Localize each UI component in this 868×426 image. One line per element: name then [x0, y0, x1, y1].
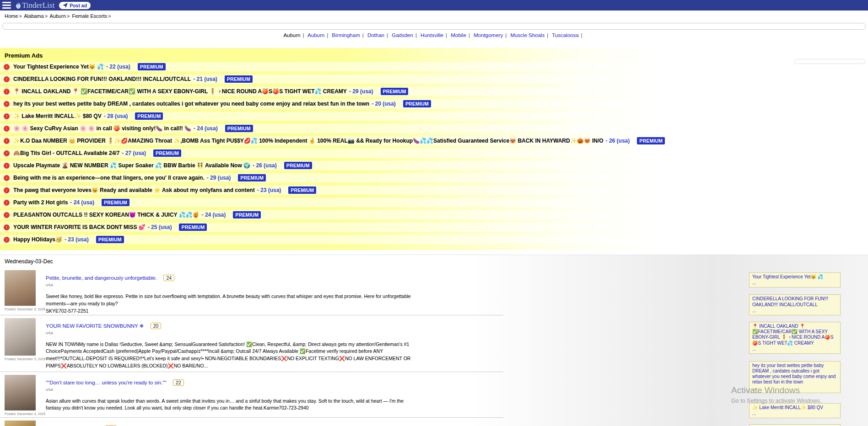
premium-ad-link[interactable]: Your Tightest Experience Yet😼 💦	[13, 64, 104, 70]
site-logo[interactable]: TinderList	[16, 1, 54, 10]
breadcrumb-label: Alabama	[24, 13, 43, 19]
premium-ad-row: ↑ YOUR WINTER FAVORITE IS BACK DONT MISS…	[0, 223, 868, 232]
bump-up-icon: ↑	[4, 175, 10, 181]
post-ad-button[interactable]: Post ad	[59, 2, 91, 9]
listing-row: A lady for all occasions 38 USA	[0, 418, 503, 426]
city-link[interactable]: Dothan	[367, 32, 384, 38]
premium-ad-row: ↑ The pawg that everyone loves😼 Ready an…	[0, 186, 868, 195]
premium-ad-age: - 24 (usa)	[202, 212, 226, 218]
premium-badge: PREMIUM	[179, 224, 207, 231]
premium-ad-age: - 21 (usa)	[193, 76, 217, 82]
premium-ad-age: - 29 (usa)	[207, 175, 231, 181]
city-nav: Auburn| Auburn| Birmingham| Dothan| Gads…	[0, 32, 868, 38]
premium-badge: PREMIUM	[225, 75, 253, 83]
listings-section: Wednesday-03-Dec Posted: December 3, 202…	[0, 255, 868, 426]
listing-photo[interactable]	[5, 270, 36, 306]
city-link[interactable]: Auburn	[307, 32, 324, 38]
bump-up-icon: ↑	[4, 150, 10, 156]
premium-ad-link[interactable]: Upscale Playmate 🌋 NEW NUMBER 💦 Super So…	[13, 162, 250, 169]
listing-photo[interactable]	[5, 375, 36, 410]
sidebar-ad[interactable]: Your Tightest Experience Yet😼 💦 ...	[749, 272, 841, 288]
post-ad-label: Post ad	[70, 3, 87, 8]
premium-ad-link[interactable]: Happy HOlidays🥳	[13, 236, 62, 243]
city-separator: |	[387, 32, 388, 38]
premium-badge: PREMIUM	[238, 174, 266, 181]
city-link[interactable]: Gadsden	[392, 32, 413, 38]
city-link[interactable]: Mobile	[451, 32, 466, 38]
sidebar-ad-link[interactable]: ✨ Lake Merritt INCALL✨ $80 QV	[752, 405, 823, 410]
premium-ads-section: Premium Ads ↑ Your Tightest Experience Y…	[0, 48, 868, 250]
city-link[interactable]: Montgomery	[474, 32, 503, 38]
hamburger-menu-icon[interactable]	[2, 2, 11, 9]
premium-ad-link[interactable]: CINDERELLA LOOKING FOR FUN!!! OAKLAND!!!…	[13, 76, 191, 82]
breadcrumb-separator: >	[108, 13, 111, 19]
premium-ad-link[interactable]: PLEASANTON OUTCALLS !! SEXY KOREAN😈 THIC…	[13, 212, 199, 218]
sidebar-ad-ellipsis: ...	[752, 411, 837, 416]
city-link[interactable]: Muscle Shoals	[510, 32, 545, 38]
city-separator: |	[327, 32, 328, 38]
sidebar-ad-link[interactable]: Your Tightest Experience Yet😼 💦	[752, 274, 823, 279]
breadcrumb-label: Auburn	[50, 13, 66, 19]
age-badge: 20	[151, 323, 162, 329]
premium-ad-age: - 23 (usa)	[65, 236, 89, 243]
city-link[interactable]: Huntsville	[421, 32, 443, 38]
sidebar-ad-link[interactable]: 📍 INCALL OAKLAND 📍 ✅FACETIME/CAR✅ WITH A…	[752, 324, 833, 346]
listing-title-link[interactable]: Petite, brunette, and dangerously unforg…	[46, 275, 157, 281]
breadcrumb-link[interactable]: Alabama>	[24, 13, 49, 19]
premium-badge: PREMIUM	[153, 149, 181, 157]
premium-badge: PREMIUM	[135, 112, 163, 120]
bump-up-icon: ↑	[4, 187, 10, 193]
bump-up-icon: ↑	[4, 76, 10, 82]
listing-title-link[interactable]: ""Don't stare too long… unless you're re…	[46, 380, 167, 385]
city-separator: |	[362, 32, 364, 38]
sidebar-ad[interactable]: CINDERELLA LOOKING FOR FUN!!! OAKLAND!!!…	[749, 294, 841, 315]
sidebar-ad-link[interactable]: CINDERELLA LOOKING FOR FUN!!! OAKLAND!!!…	[752, 296, 828, 307]
premium-ad-link[interactable]: ✨K.O Daa NUMBER 👑 PROVIDER 🧍✨💋AMAZING Th…	[13, 138, 604, 144]
premium-ad-link[interactable]: The pawg that everyone loves😼 Ready and …	[13, 187, 255, 193]
city-nav-item: Birmingham|	[332, 32, 366, 38]
breadcrumb-link[interactable]: Auburn>	[50, 13, 71, 19]
premium-badge: PREMIUM	[138, 63, 166, 70]
premium-ad-link[interactable]: YOUR WINTER FAVORITE IS BACK DONT MISS 💕	[13, 224, 146, 230]
listing-photo[interactable]	[5, 318, 36, 356]
age-badge: 24	[163, 275, 174, 281]
premium-ad-age: - 24 (usa)	[70, 199, 94, 206]
listing-row: Posted: December 3, 2025 Petite, brunett…	[0, 267, 503, 315]
sidebar-ad[interactable]	[749, 424, 841, 426]
premium-ad-link[interactable]: 📍 INCALL OAKLAND 📍 ✅FACETIME/CAR✅ WITH A…	[13, 88, 347, 95]
bump-up-icon: ↑	[4, 89, 10, 95]
sidebar-ad[interactable]: ✨ Lake Merritt INCALL✨ $80 QV ...	[749, 403, 841, 418]
premium-section-title: Premium Ads	[0, 49, 868, 62]
premium-ad-link[interactable]: ✨ Lake Merritt INCALL✨ $80 QV	[13, 113, 102, 119]
city-separator: |	[446, 32, 447, 38]
listing-content: ""Don't stare too long… unless you're re…	[41, 375, 417, 416]
premium-ad-row: ↑ 🌸 🌸 Sexy CuRvy Asian 🌸 🌸 in call 🍑 vis…	[0, 124, 868, 133]
premium-badge: PREMIUM	[381, 88, 409, 95]
listing-content: A lady for all occasions 38 USA	[41, 421, 117, 426]
sidebar-ad[interactable]: 📍 INCALL OAKLAND 📍 ✅FACETIME/CAR✅ WITH A…	[749, 322, 841, 354]
flame-icon	[16, 2, 21, 9]
breadcrumb-link[interactable]: Female Escorts>	[72, 13, 112, 19]
bump-up-icon: ↑	[4, 126, 10, 132]
sidebar-ad[interactable]: hey its your best wettes petite baby DRE…	[749, 361, 841, 393]
premium-ad-link[interactable]: Being with me is an experience—one that …	[13, 175, 205, 181]
city-link[interactable]: Tuscaloosa	[552, 32, 578, 38]
city-link[interactable]: Birmingham	[332, 32, 360, 38]
listing-photo[interactable]	[5, 421, 36, 426]
premium-ad-link[interactable]: 🙈Big Tits Girl - OUTCALL Available 24/7	[13, 150, 119, 156]
empty-input-box[interactable]	[794, 59, 866, 64]
breadcrumb: Home> Alabama> Auburn> Female Escorts>	[5, 13, 868, 19]
premium-ad-link[interactable]: hey its your best wettes petite baby DRE…	[13, 101, 369, 107]
search-input[interactable]	[2, 23, 866, 30]
breadcrumb-link[interactable]: Home>	[5, 13, 23, 19]
city-separator: |	[581, 32, 582, 38]
premium-ad-link[interactable]: 🌸 🌸 Sexy CuRvy Asian 🌸 🌸 in call 🍑 visit…	[13, 125, 191, 132]
premium-ad-link[interactable]: Party with 2 Hot girls	[13, 199, 68, 206]
listing-description: NEW IN TOWNMy name is Dallas !Seductive,…	[46, 341, 417, 370]
city-link[interactable]: Auburn	[283, 32, 300, 38]
listing-location: USA	[46, 283, 417, 287]
sidebar-ad-link[interactable]: hey its your best wettes petite baby DRE…	[752, 363, 836, 385]
listing-title-link[interactable]: YOUR NEW FAVORITE SNOWBUNNY ❄	[46, 323, 144, 329]
premium-badge: PREMIUM	[233, 211, 261, 218]
listing-title-line: ""Don't stare too long… unless you're re…	[46, 378, 417, 386]
